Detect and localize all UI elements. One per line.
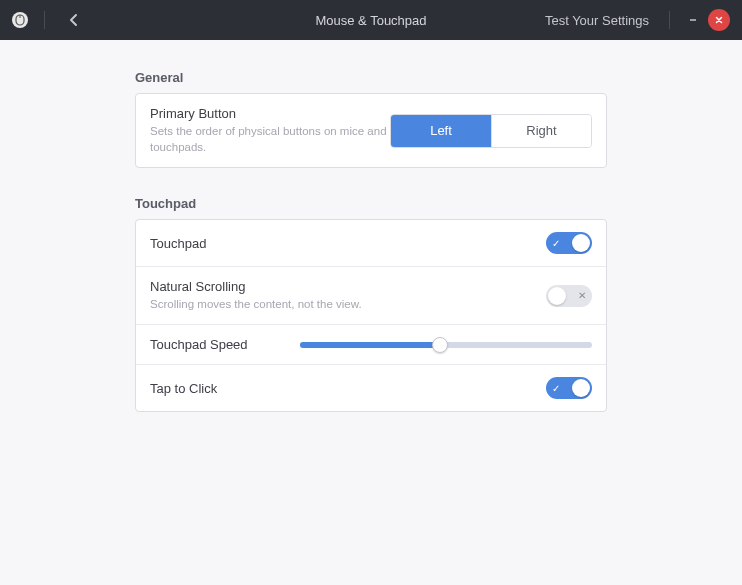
divider — [669, 11, 670, 29]
check-icon: ✓ — [552, 238, 560, 249]
titlebar: Mouse & Touchpad Test Your Settings — [0, 0, 742, 40]
tap-to-click-row: Tap to Click ✓ — [136, 365, 606, 411]
slider-thumb[interactable] — [432, 337, 448, 353]
section-header-general: General — [135, 70, 607, 85]
natural-scrolling-desc: Scrolling moves the content, not the vie… — [150, 296, 410, 312]
touchpad-toggle[interactable]: ✓ — [546, 232, 592, 254]
minimize-button[interactable] — [682, 9, 704, 31]
tap-to-click-toggle[interactable]: ✓ — [546, 377, 592, 399]
touchpad-speed-row: Touchpad Speed — [136, 325, 606, 365]
tap-to-click-title: Tap to Click — [150, 381, 546, 396]
primary-button-desc: Sets the order of physical buttons on mi… — [150, 123, 390, 155]
section-header-touchpad: Touchpad — [135, 196, 607, 211]
touchpad-title: Touchpad — [150, 236, 546, 251]
primary-button-title: Primary Button — [150, 106, 390, 121]
primary-button-segmented: Left Right — [390, 114, 592, 148]
natural-scrolling-toggle[interactable]: ✕ — [546, 285, 592, 307]
panel-touchpad: Touchpad ✓ Natural Scrolling Scrolling m… — [135, 219, 607, 412]
natural-scrolling-title: Natural Scrolling — [150, 279, 546, 294]
touchpad-speed-slider[interactable] — [300, 342, 592, 348]
divider — [44, 11, 45, 29]
mouse-icon — [12, 12, 28, 28]
back-button[interactable] — [61, 7, 87, 33]
check-icon: ✓ — [552, 383, 560, 394]
primary-button-row: Primary Button Sets the order of physica… — [136, 94, 606, 167]
close-button[interactable] — [708, 9, 730, 31]
test-settings-button[interactable]: Test Your Settings — [537, 9, 657, 32]
touchpad-speed-title: Touchpad Speed — [150, 337, 300, 352]
touchpad-row: Touchpad ✓ — [136, 220, 606, 267]
natural-scrolling-row: Natural Scrolling Scrolling moves the co… — [136, 267, 606, 325]
x-icon: ✕ — [578, 290, 586, 301]
primary-button-left[interactable]: Left — [391, 115, 491, 147]
panel-general: Primary Button Sets the order of physica… — [135, 93, 607, 168]
primary-button-right[interactable]: Right — [491, 115, 591, 147]
content: General Primary Button Sets the order of… — [0, 40, 742, 412]
window-title: Mouse & Touchpad — [315, 13, 426, 28]
